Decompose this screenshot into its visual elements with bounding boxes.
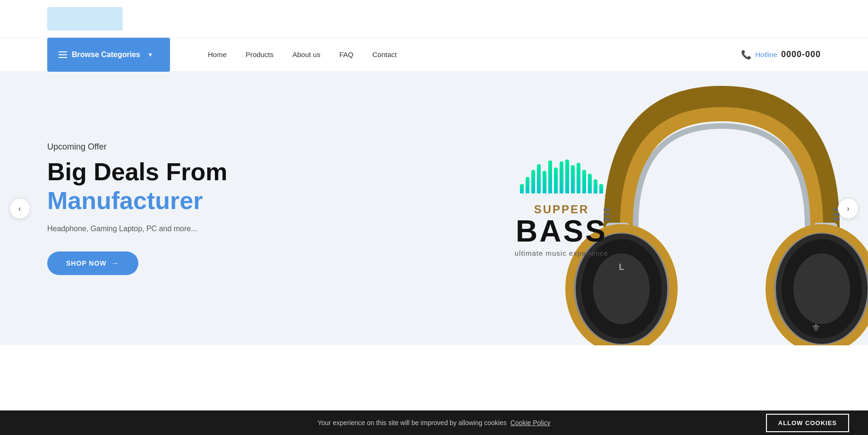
chevron-down-icon: ▾ [149,51,152,58]
logo [47,7,123,31]
nav-contact[interactable]: Contact [372,50,397,59]
hero-section: ‹ Upcoming Offer Big Deals From Manufact… [0,72,868,345]
menu-icon [59,51,67,58]
top-bar [0,0,868,38]
brand-tagline: ultimate music experience [515,249,608,257]
hotline-number: 0000-000 [781,50,821,59]
hero-subtitle: Headphone, Gaming Laptop, PC and more... [47,223,264,235]
browse-categories-label: Browse Categories [72,50,140,59]
brand-bass-text: BASS [515,216,608,246]
nav-home[interactable]: Home [208,50,227,59]
slider-next-button[interactable]: › [838,198,859,219]
slider-prev-button[interactable]: ‹ [9,198,30,219]
sound-wave-graphic [520,160,603,193]
navbar: Browse Categories ▾ Home Products About … [0,38,868,72]
browse-categories-button[interactable]: Browse Categories ▾ [47,38,170,72]
hotline: 📞 Hotline 0000-000 [741,50,821,60]
svg-point-8 [793,253,850,324]
hero-upcoming-label: Upcoming Offer [47,142,264,152]
svg-rect-16 [833,218,840,220]
brand-supper-bass: SUPPER BASS ultimate music experience [515,203,608,257]
hotline-label: Hotline [755,50,777,59]
shop-now-label: SHOP NOW [66,259,107,267]
arrow-right-icon: → [111,259,119,268]
nav-about[interactable]: About us [292,50,320,59]
hero-left-content: Upcoming Offer Big Deals From Manufactur… [47,142,264,276]
nav-links: Home Products About us FAQ Contact [208,50,397,59]
hero-title-line2: Manufacturer [47,187,264,214]
nav-products[interactable]: Products [246,50,273,59]
hero-center-content: SUPPER BASS ultimate music experience [302,160,821,257]
svg-text:⚜: ⚜ [811,322,821,334]
phone-icon: 📞 [741,50,751,60]
svg-text:L: L [619,262,624,272]
hero-title-line1: Big Deals From [47,159,264,185]
shop-now-button[interactable]: SHOP NOW → [47,251,138,275]
nav-faq[interactable]: FAQ [339,50,353,59]
